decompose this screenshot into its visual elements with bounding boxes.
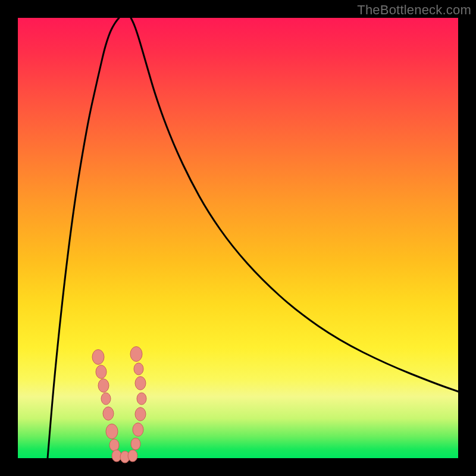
data-marker <box>112 450 121 462</box>
data-marker <box>103 407 114 421</box>
data-marker <box>130 347 142 362</box>
curve-right-branch <box>131 18 458 392</box>
data-marker <box>135 408 146 421</box>
data-marker <box>96 365 107 379</box>
data-marker <box>109 439 119 451</box>
data-marker <box>106 424 118 439</box>
data-marker <box>133 423 143 437</box>
curve-layer <box>18 18 458 458</box>
watermark-text: TheBottleneck.com <box>357 2 471 18</box>
data-marker <box>131 438 140 450</box>
data-marker <box>92 350 104 365</box>
data-marker <box>137 393 146 405</box>
data-marker <box>101 393 111 405</box>
data-marker <box>134 363 143 375</box>
markers-group <box>92 347 146 464</box>
chart-frame: TheBottleneck.com <box>0 0 476 476</box>
data-marker <box>128 450 137 462</box>
plot-area <box>18 18 458 458</box>
data-marker <box>135 377 146 390</box>
data-marker <box>98 379 109 393</box>
curve-left-branch <box>48 18 119 458</box>
